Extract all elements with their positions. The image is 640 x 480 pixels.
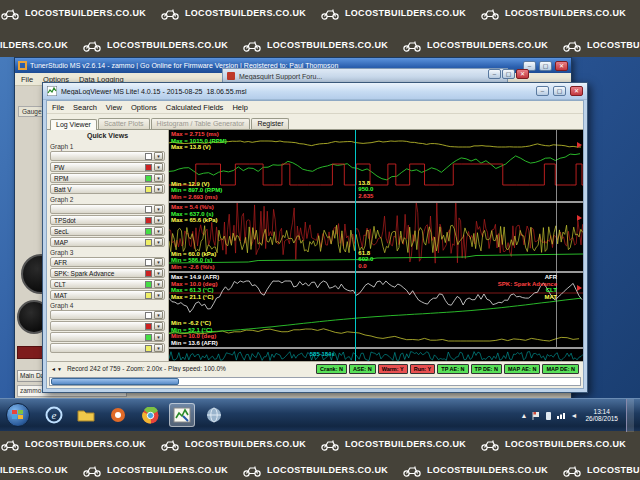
graph-panel-2[interactable]: Max = 5.4 (%/s)Max = 637.0 (s)Max = 65.6… bbox=[169, 203, 583, 271]
minimize-icon[interactable]: – bbox=[536, 86, 549, 96]
graph-area[interactable]: Max = 2.715 (ms)Max = 1015.0 (RPM)Max = … bbox=[169, 130, 583, 361]
cursor-crosshair-line[interactable] bbox=[355, 130, 356, 361]
taskbar-media-icon[interactable] bbox=[105, 403, 131, 427]
scroll-arrows-icon[interactable]: ◄▼ bbox=[51, 366, 63, 372]
quick-views-title: Quick Views bbox=[50, 132, 165, 142]
maximize-icon[interactable]: ▢ bbox=[539, 61, 552, 71]
menu-item-file[interactable]: File bbox=[52, 103, 64, 112]
taskbar-clock[interactable]: 13:14 26/08/2015 bbox=[581, 408, 622, 423]
channel-select-empty[interactable]: ▼ bbox=[50, 204, 165, 214]
chevron-down-icon[interactable]: ▼ bbox=[154, 280, 163, 288]
chevron-down-icon[interactable]: ▼ bbox=[154, 174, 163, 182]
scooter-icon bbox=[562, 38, 582, 52]
channel-select-pw[interactable]: PW▼ bbox=[50, 162, 165, 172]
chevron-down-icon[interactable]: ▼ bbox=[154, 333, 163, 341]
megalogviewer-window[interactable]: MegaLogViewer MS Lite! 4.0.15 - 2015-08-… bbox=[42, 82, 588, 393]
channel-select-empty[interactable]: ▼ bbox=[50, 310, 165, 320]
taskbar-ie-icon[interactable]: e bbox=[41, 403, 67, 427]
watermark-tile: LOCOSTBUILDERS.CO.UK bbox=[402, 463, 562, 477]
menu-item-file[interactable]: File bbox=[21, 75, 33, 84]
chevron-down-icon[interactable]: ▼ bbox=[154, 185, 163, 193]
chevron-down-icon[interactable]: ▼ bbox=[154, 238, 163, 246]
cursor-values-entry: 2.635 bbox=[358, 193, 373, 200]
close-icon[interactable]: ✕ bbox=[570, 86, 583, 96]
channel-color-swatch bbox=[145, 186, 152, 193]
browser-tab-title[interactable]: Megasquirt Support Foru... bbox=[239, 73, 322, 80]
menu-item-options[interactable]: Options bbox=[131, 103, 157, 112]
timeline-strip[interactable]: 585 184s bbox=[169, 349, 583, 361]
close-icon[interactable]: ✕ bbox=[516, 69, 529, 79]
tab-histogram-table-generator[interactable]: Histogram / Table Generator bbox=[151, 118, 251, 129]
tab-log-viewer[interactable]: Log Viewer bbox=[50, 119, 97, 130]
channel-color-swatch bbox=[145, 323, 152, 330]
show-desktop-button[interactable] bbox=[626, 399, 634, 432]
scooter-icon bbox=[320, 437, 340, 451]
scooter-icon bbox=[160, 6, 180, 20]
tray-volume-icon[interactable]: ◄ bbox=[571, 412, 578, 419]
maximize-icon[interactable]: ▢ bbox=[553, 86, 566, 96]
taskbar-chrome-icon[interactable] bbox=[137, 403, 163, 427]
megalogviewer-tabrow: Log ViewerScatter PlotsHistogram / Table… bbox=[47, 114, 583, 129]
chevron-down-icon[interactable]: ▼ bbox=[154, 344, 163, 352]
channel-select-empty[interactable]: ▼ bbox=[50, 343, 165, 353]
megalogviewer-titlebar[interactable]: MegaLogViewer MS Lite! 4.0.15 - 2015-08-… bbox=[43, 83, 587, 100]
scooter-icon bbox=[480, 6, 500, 20]
tray-action-center-icon[interactable] bbox=[532, 411, 540, 420]
menu-item-calculated-fields[interactable]: Calculated Fields bbox=[166, 103, 224, 112]
minimize-icon[interactable]: – bbox=[488, 69, 501, 79]
taskbar: e ▲ ◄ 13:14 26/08/2015 bbox=[0, 398, 640, 431]
channel-select-empty[interactable]: ▼ bbox=[50, 151, 165, 161]
chevron-down-icon[interactable]: ▼ bbox=[154, 216, 163, 224]
taskbar-megalogviewer-icon[interactable] bbox=[169, 403, 195, 427]
channel-color-swatch bbox=[145, 259, 152, 266]
channel-select-mat[interactable]: MAT▼ bbox=[50, 290, 165, 300]
menu-item-view[interactable]: View bbox=[106, 103, 122, 112]
maximize-icon[interactable]: ▢ bbox=[502, 69, 515, 79]
indicator-warm: Warm: Y bbox=[378, 364, 408, 374]
chevron-down-icon[interactable]: ▼ bbox=[154, 322, 163, 330]
channel-select-tpsdot[interactable]: TPSdot▼ bbox=[50, 215, 165, 225]
channel-label: SecL bbox=[54, 228, 145, 235]
watermark-text: LOCOSTBUILDERS.CO.UK bbox=[587, 40, 640, 50]
channel-select-clt[interactable]: CLT▼ bbox=[50, 279, 165, 289]
channel-select-secl[interactable]: SecL▼ bbox=[50, 226, 165, 236]
scooter-icon bbox=[82, 38, 102, 52]
channel-select-batt-v[interactable]: Batt V▼ bbox=[50, 184, 165, 194]
tab-register[interactable]: Register bbox=[251, 118, 289, 129]
chevron-down-icon[interactable]: ▼ bbox=[154, 311, 163, 319]
chevron-down-icon[interactable]: ▼ bbox=[154, 205, 163, 213]
channel-select-spk-spark-advance[interactable]: SPK: Spark Advance▼ bbox=[50, 268, 165, 278]
menu-item-help[interactable]: Help bbox=[232, 103, 247, 112]
chevron-down-icon[interactable]: ▼ bbox=[154, 163, 163, 171]
taskbar-app-icon[interactable] bbox=[201, 403, 227, 427]
chevron-down-icon[interactable]: ▼ bbox=[154, 269, 163, 277]
menu-item-search[interactable]: Search bbox=[73, 103, 97, 112]
graph-panel-3[interactable]: Max = 14.9 (AFR)Max = 10.0 (deg)Max = 61… bbox=[169, 273, 583, 347]
channel-select-empty[interactable]: ▼ bbox=[50, 321, 165, 331]
start-button[interactable] bbox=[6, 403, 30, 427]
channel-select-rpm[interactable]: RPM▼ bbox=[50, 173, 165, 183]
tab-scatter-plots[interactable]: Scatter Plots bbox=[98, 118, 150, 129]
chevron-down-icon[interactable]: ▼ bbox=[154, 152, 163, 160]
tray-power-icon[interactable] bbox=[544, 411, 553, 420]
watermark-row: LOCOSTBUILDERS.CO.UKLOCOSTBUILDERS.CO.UK… bbox=[0, 32, 640, 57]
chevron-down-icon[interactable]: ▼ bbox=[154, 227, 163, 235]
watermark-row: LOCOSTBUILDERS.CO.UKLOCOSTBUILDERS.CO.UK… bbox=[0, 457, 640, 480]
tray-network-icon[interactable] bbox=[557, 411, 567, 419]
graph-panel-1[interactable]: Max = 2.715 (ms)Max = 1015.0 (RPM)Max = … bbox=[169, 130, 583, 201]
playback-slider-track[interactable] bbox=[49, 377, 581, 386]
channel-select-map[interactable]: MAP▼ bbox=[50, 237, 165, 247]
hover-crosshair-line bbox=[556, 130, 557, 347]
close-icon[interactable]: ✕ bbox=[555, 61, 568, 71]
browser-window-controls[interactable]: – ▢ ✕ bbox=[488, 69, 529, 79]
channel-color-swatch bbox=[145, 175, 152, 182]
chevron-down-icon[interactable]: ▼ bbox=[154, 291, 163, 299]
playback-slider-thumb[interactable] bbox=[51, 378, 179, 385]
min-labels-entry: Min = -6.2 (°C) bbox=[171, 320, 218, 327]
tray-show-hidden-icon[interactable]: ▲ bbox=[521, 412, 528, 419]
taskbar-explorer-icon[interactable] bbox=[73, 403, 99, 427]
channel-select-empty[interactable]: ▼ bbox=[50, 332, 165, 342]
min-labels: Min = 60.0 (kPa)Min = 586.0 (s)Min = -2.… bbox=[171, 251, 216, 271]
channel-select-afr[interactable]: AFR▼ bbox=[50, 257, 165, 267]
chevron-down-icon[interactable]: ▼ bbox=[154, 258, 163, 266]
